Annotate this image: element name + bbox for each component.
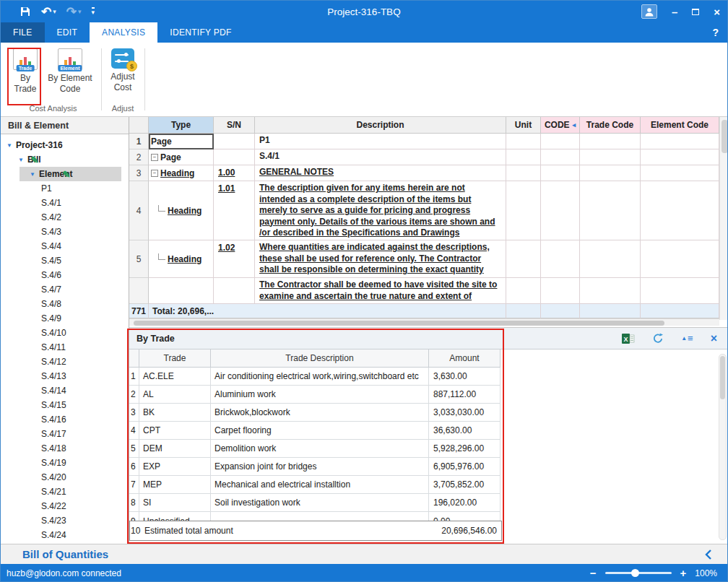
tab-analysis[interactable]: ANALYSIS (90, 22, 157, 43)
empty-cell[interactable] (580, 278, 641, 304)
redo-button[interactable]: ↷ ▾ (66, 6, 82, 18)
type-cell[interactable]: −Page (149, 149, 214, 165)
tab-edit[interactable]: EDIT (45, 22, 90, 43)
trade-amount-cell[interactable]: 0.00 (429, 512, 500, 521)
tree-expander-icon[interactable]: ▼ (6, 142, 12, 149)
sidebar-item-s-4-17[interactable]: S.4/17 (1, 427, 129, 441)
trade-amount-cell[interactable]: 196,020.00 (429, 494, 500, 512)
trade-description-cell[interactable] (211, 512, 429, 521)
empty-cell[interactable] (541, 149, 580, 165)
description-cell[interactable]: S.4/1 (255, 149, 506, 165)
trade-description-cell[interactable]: Expansion joint for bridges (211, 458, 429, 476)
sidebar-item-s-4-19[interactable]: S.4/19 (1, 456, 129, 470)
sidebar-item-s-4-18[interactable]: S.4/18 (1, 441, 129, 456)
sidebar-item-s-4-2[interactable]: S.4/2 (1, 210, 129, 225)
sn-cell[interactable] (214, 278, 255, 304)
sn-cell[interactable] (214, 134, 255, 149)
trade-description-cell[interactable]: Mechanical and electrical installtion (211, 476, 429, 494)
column-header-unit[interactable]: Unit (506, 117, 541, 134)
sidebar-item-s-4-13[interactable]: S.4/13 (1, 369, 129, 383)
description-cell[interactable]: The Contractor shall be deemed to have v… (255, 278, 506, 304)
trade-amount-cell[interactable]: 6,905,976.00 (429, 458, 500, 476)
adjust-cost-button[interactable]: $ Adjust Cost (105, 48, 141, 93)
empty-cell[interactable] (641, 134, 719, 149)
undo-button[interactable]: ↶ ▾ (41, 6, 56, 18)
trade-row-number[interactable]: 6 (129, 458, 139, 476)
description-cell[interactable]: GENERAL NOTES (255, 165, 506, 181)
empty-cell[interactable] (506, 134, 541, 149)
column-header-element-code[interactable]: Element Code (641, 117, 719, 134)
trade-amount-cell[interactable]: 36,630.00 (429, 422, 500, 440)
row-number-cell[interactable]: 3 (129, 165, 149, 181)
empty-cell[interactable] (541, 181, 580, 240)
trade-description-cell[interactable]: Air conditioning electrical work,wiring,… (211, 368, 429, 386)
sidebar-item-s-4-1[interactable]: S.4/1 (1, 196, 129, 210)
empty-cell[interactable] (506, 149, 541, 165)
trade-column-header-amount[interactable]: Amount (429, 349, 500, 368)
vertical-scrollbar-thumb[interactable] (722, 120, 728, 153)
trade-amount-cell[interactable]: 3,630.00 (429, 368, 500, 386)
column-header-description[interactable]: Description (255, 117, 506, 134)
trade-code-cell[interactable]: EXP (139, 458, 211, 476)
trade-row-number[interactable]: 1 (129, 368, 139, 386)
trade-code-cell[interactable]: MEP (139, 476, 211, 494)
sidebar-item-s-4-10[interactable]: S.4/10 (1, 326, 129, 340)
trade-amount-cell[interactable]: 887,112.00 (429, 386, 500, 404)
sidebar-item-s-4-16[interactable]: S.4/16 (1, 412, 129, 427)
save-button[interactable] (20, 6, 31, 17)
type-cell[interactable] (149, 278, 214, 304)
description-cell[interactable]: Where quantities are indicated against t… (255, 240, 506, 278)
sidebar-item-s-4-7[interactable]: S.4/7 (1, 282, 129, 297)
empty-cell[interactable] (580, 240, 641, 278)
panel-scrollbar-thumb[interactable] (720, 356, 725, 399)
trade-code-cell[interactable]: AC.ELE (139, 368, 211, 386)
tree-expander-icon[interactable]: ▼ (18, 157, 24, 163)
trade-code-cell[interactable]: DEM (139, 440, 211, 458)
sidebar-item-s-4-4[interactable]: S.4/4 (1, 239, 129, 253)
maximize-button[interactable] (692, 9, 699, 15)
sn-cell[interactable]: 1.01 (214, 181, 255, 240)
tab-identify-pdf[interactable]: IDENTIFY PDF (157, 22, 243, 43)
close-panel-button[interactable]: × (711, 333, 717, 344)
description-cell[interactable]: The description given for any items here… (255, 181, 506, 240)
trade-row-number[interactable]: 5 (129, 440, 139, 458)
trade-row-number[interactable]: 8 (129, 494, 139, 512)
zoom-slider-knob[interactable] (631, 569, 639, 577)
sn-cell[interactable] (214, 149, 255, 165)
row-number-cell[interactable]: 5 (129, 240, 149, 278)
trade-code-cell[interactable]: SI (139, 494, 211, 512)
sidebar-item-s-4-22[interactable]: S.4/22 (1, 499, 129, 513)
sn-cell[interactable]: 1.02 (214, 240, 255, 278)
type-cell[interactable]: Heading (149, 181, 214, 240)
trade-column-header-trade-description[interactable]: Trade Description (211, 349, 429, 368)
sidebar-item-s-4-12[interactable]: S.4/12 (1, 355, 129, 369)
tab-file[interactable]: FILE (1, 22, 45, 43)
sidebar-item-s-4-15[interactable]: S.4/15 (1, 398, 129, 412)
row-number-cell[interactable]: 2 (129, 149, 149, 165)
empty-cell[interactable] (506, 240, 541, 278)
empty-cell[interactable] (541, 278, 580, 304)
row-number-cell[interactable] (129, 278, 149, 304)
empty-cell[interactable] (541, 165, 580, 181)
zoom-out-button[interactable]: − (590, 567, 597, 579)
trade-row-number[interactable]: 2 (129, 386, 139, 404)
sidebar-item-s-4-20[interactable]: S.4/20 (1, 470, 129, 485)
type-cell[interactable]: Page (149, 134, 214, 149)
customize-toolbar-button[interactable]: ▾ (92, 7, 95, 16)
empty-cell[interactable] (641, 165, 719, 181)
horizontal-scrollbar-thumb[interactable] (134, 321, 664, 326)
export-excel-button[interactable]: X (622, 333, 635, 344)
empty-cell[interactable] (541, 134, 580, 149)
empty-cell[interactable] (641, 240, 719, 278)
sidebar-item-s-4-3[interactable]: S.4/3 (1, 225, 129, 239)
sidebar-item-s-4-14[interactable]: S.4/14 (1, 383, 129, 398)
edit-pencil-icon[interactable]: ✎ (31, 155, 39, 165)
trade-row-number[interactable]: 9 (129, 512, 139, 521)
column-header-trade-code[interactable]: Trade Code (580, 117, 641, 134)
trade-code-cell[interactable]: Unclassified (139, 512, 211, 521)
zoom-slider[interactable] (605, 572, 672, 574)
empty-cell[interactable] (641, 181, 719, 240)
account-button[interactable] (641, 4, 657, 19)
trade-row-number[interactable]: 4 (129, 422, 139, 440)
trade-code-cell[interactable]: BK (139, 404, 211, 422)
